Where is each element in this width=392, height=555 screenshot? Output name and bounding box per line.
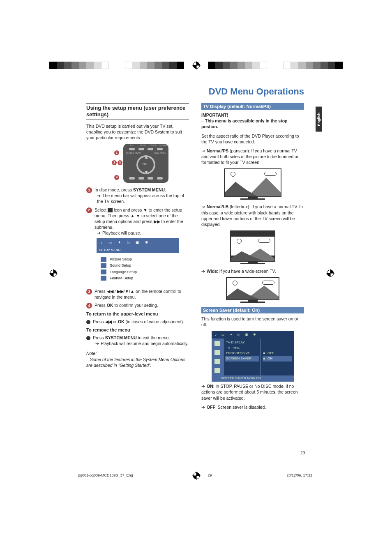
important-label: IMPORTANT!: [201, 113, 228, 117]
gear-icon: ✺: [253, 333, 256, 337]
gear-icon: ✺: [145, 240, 148, 245]
intro-text: This DVD setup is carried out via your T…: [86, 123, 189, 141]
screen-saver-heading: Screen Saver (default: On): [201, 307, 304, 313]
page-number: 29: [300, 451, 305, 455]
normal-ps-text: Normal/PS (panscan): If you have a norma…: [201, 148, 304, 166]
picture-icon: [101, 257, 106, 262]
eq-icon: ♪: [215, 333, 217, 337]
eq-icon: ♪: [101, 240, 103, 245]
feature-icon: [101, 276, 106, 281]
language-icon: [101, 269, 106, 274]
aspect-intro: Set the aspect ratio of the DVD Player a…: [201, 133, 304, 145]
remove-heading: To remove the menu: [86, 327, 189, 333]
osd-figure: ♪ ▭ ✦ ▷ ▣ ✺ TV DISPLAY TV TYPE PROGRESSI…: [212, 331, 294, 382]
section-heading-setup: Using the setup menu (user preference se…: [86, 103, 189, 120]
ss-off-text: OFF: Screen saver is disabled.: [201, 404, 304, 410]
return-step: Press ◀◀ or OK (in cases of value adjust…: [86, 319, 189, 325]
mic-icon: ✦: [230, 333, 233, 337]
screen-icon: ▭: [108, 240, 112, 245]
normal-lb-text: Normal/LB (letterbox): If you have a nor…: [201, 204, 304, 227]
remote-control-figure: 1 2 3 4 A-B MODE CLOCK LOUDNESS SYSTEM M…: [103, 144, 173, 183]
registration-mark-icon: [192, 61, 201, 69]
wide-text: Wide: If you have a wide-screen TV.: [201, 268, 304, 274]
tv-display-heading: TV Display (default: Normal/PS): [201, 103, 304, 110]
language-tab: English: [316, 107, 322, 132]
setup-menu-figure: ♪ ▭ ✦ ▷ ▣ ✺ SETUP MENU Picture Setup Sou…: [97, 238, 179, 284]
footer: pg001-pg039-MCD139B_37_Eng 29 20/12/06, …: [78, 473, 312, 477]
step-2: 2 Select icon and press ▼ to enter the s…: [86, 207, 189, 236]
cc-icon: ▣: [136, 240, 139, 245]
step-4: 4 Press OK to confirm your setting.: [86, 302, 189, 309]
registration-mark-icon: [326, 269, 334, 277]
step-1: 1 In disc mode, press SYSTEM MENU. The m…: [86, 187, 189, 205]
tv-figure-wide: [226, 277, 279, 303]
page-title: DVD Menu Operations: [86, 86, 304, 97]
cc-icon: ▣: [245, 333, 248, 337]
play-icon: ▷: [238, 333, 240, 337]
note-label: Note:: [86, 350, 189, 356]
ss-intro: This function is used to turn the screen…: [201, 316, 304, 327]
play-icon: ▷: [127, 240, 130, 245]
registration-mark-icon: [49, 269, 58, 277]
screen-icon: ▭: [221, 333, 225, 337]
mic-icon: ✦: [118, 240, 121, 245]
remove-step: Press SYSTEM MENU to exit the menu. Play…: [86, 335, 189, 346]
step-3: 3 Press ◀◀ / ▶▶/▼/▲ on the remote contro…: [86, 288, 189, 300]
return-heading: To return to the upper-level menu: [86, 311, 189, 317]
tv-figure-panscan: [224, 168, 281, 200]
tv-figure-letterbox: [230, 230, 275, 264]
sound-icon: [101, 263, 106, 268]
note-body: – Some of the features in the System Men…: [86, 357, 189, 368]
ss-on-text: ON: In STOP, PAUSE or No DISC mode, if n…: [201, 383, 304, 401]
important-body: – This menu is accessible only in the st…: [201, 118, 287, 129]
setup-inline-icon: [108, 208, 113, 212]
